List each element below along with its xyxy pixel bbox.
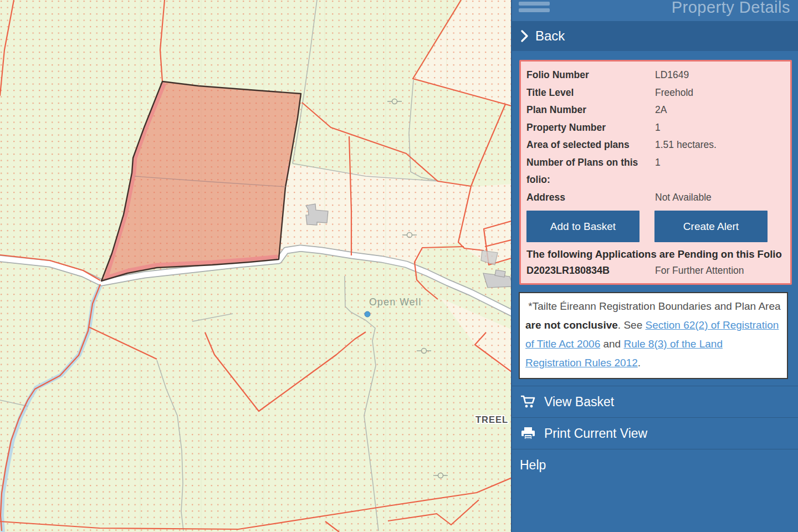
application-reference: D2023LR180834B <box>526 265 655 277</box>
back-label: Back <box>535 28 565 44</box>
disclaimer-text: and <box>600 338 623 350</box>
disclaimer-emphasis: are not conclusive <box>525 319 618 331</box>
panel-menu: View Basket Print Current View Help <box>512 386 798 481</box>
map-canvas[interactable]: Open Well TREEL <box>0 0 511 532</box>
detail-value: 1 <box>655 154 785 172</box>
detail-row-area: Area of selected plans 1.51 hectares. <box>526 136 785 154</box>
property-details-panel: Property Details Back Folio Number LD164… <box>511 0 798 532</box>
detail-label: Number of Plans on this folio: <box>526 154 655 189</box>
boundaries-disclaimer: *Tailte Éireann Registration Boundaries … <box>519 292 788 379</box>
back-button[interactable]: Back <box>512 21 798 51</box>
detail-label: Title Level <box>526 84 655 102</box>
menu-item-label: View Basket <box>544 395 614 410</box>
view-basket-button[interactable]: View Basket <box>512 386 798 418</box>
detail-label: Folio Number <box>526 66 655 84</box>
detail-value: Freehold <box>655 84 785 102</box>
menu-item-label: Print Current View <box>544 426 647 441</box>
townland-label: TREEL <box>475 415 508 424</box>
detail-value: 1 <box>655 119 785 137</box>
print-current-view-button[interactable]: Print Current View <box>512 418 798 449</box>
add-to-basket-button[interactable]: Add to Basket <box>526 211 640 242</box>
detail-row-plan-number: Plan Number 2A <box>526 101 785 119</box>
cart-icon <box>521 395 538 408</box>
panel-header: Property Details <box>512 0 798 21</box>
disclaimer-text: *Tailte Éireann Registration Boundaries … <box>525 300 781 312</box>
detail-value: LD1649 <box>655 66 785 84</box>
create-alert-button[interactable]: Create Alert <box>654 211 768 242</box>
detail-row-address: Address Not Available <box>526 189 785 207</box>
menu-item-label: Help <box>520 458 546 473</box>
help-button[interactable]: Help <box>512 449 798 481</box>
menu-icon-bar <box>519 8 550 12</box>
detail-value: 1.51 hectares. <box>655 136 785 154</box>
pending-application-row: D2023LR180834B For Further Attention <box>526 265 785 277</box>
detail-label: Area of selected plans <box>526 136 655 154</box>
application-status: For Further Attention <box>655 265 785 277</box>
disclaimer-text: . See <box>618 319 646 331</box>
menu-icon[interactable] <box>519 0 550 15</box>
pending-applications-heading: The following Applications are Pending o… <box>526 245 785 263</box>
detail-row-property-number: Property Number 1 <box>526 119 785 137</box>
menu-icon-bar <box>519 2 550 6</box>
detail-label: Address <box>526 189 655 207</box>
chevron-right-icon <box>521 30 528 42</box>
disclaimer-text: . <box>638 357 641 369</box>
property-details-card: Folio Number LD1649 Title Level Freehold… <box>519 60 792 285</box>
detail-row-plan-count: Number of Plans on this folio: 1 <box>526 154 785 189</box>
detail-label: Plan Number <box>526 101 655 119</box>
printer-icon <box>521 427 538 440</box>
detail-value: 2A <box>655 101 785 119</box>
detail-row-title-level: Title Level Freehold <box>526 84 785 102</box>
page-title: Property Details <box>672 0 790 17</box>
map-viewport[interactable]: Open Well TREEL <box>0 0 511 532</box>
property-registry-app: Open Well TREEL Property Details Back Fo… <box>0 0 798 532</box>
open-well-label: Open Well <box>369 296 422 308</box>
detail-value: Not Available <box>655 189 785 207</box>
detail-label: Property Number <box>526 119 655 137</box>
detail-row-folio-number: Folio Number LD1649 <box>526 66 785 84</box>
well-point-marker <box>365 311 370 317</box>
detail-actions: Add to Basket Create Alert <box>526 211 785 242</box>
